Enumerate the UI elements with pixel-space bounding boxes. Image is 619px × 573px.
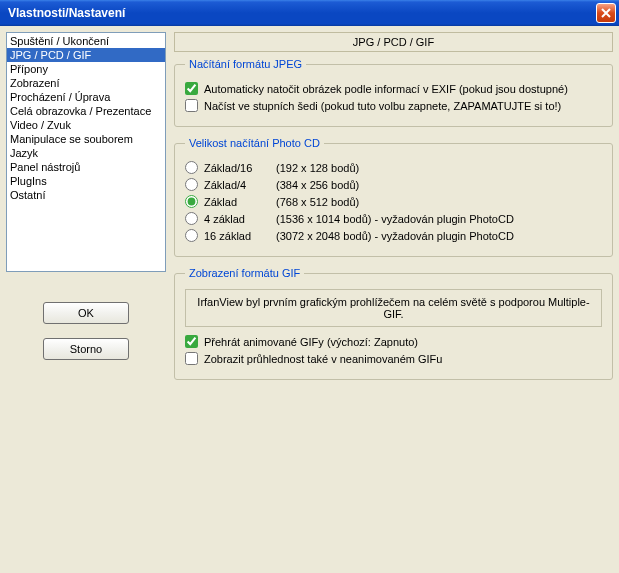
radio-pcd-size-label: Základ/4 <box>204 179 270 191</box>
checkbox-load-gray-input[interactable] <box>185 99 198 112</box>
ok-button[interactable]: OK <box>43 302 129 324</box>
radio-pcd-size-input[interactable] <box>185 195 198 208</box>
sidebar-item[interactable]: Přípony <box>7 62 165 76</box>
checkbox-load-gray-label: Načíst ve stupních šedi (pokud tuto volb… <box>204 100 561 112</box>
radio-pcd-size[interactable]: Základ(768 x 512 bodů) <box>185 195 602 208</box>
radio-pcd-size[interactable]: 4 základ(1536 x 1014 bodů) - vyžadován p… <box>185 212 602 225</box>
sidebar-item[interactable]: Procházení / Úprava <box>7 90 165 104</box>
checkbox-show-transp-label: Zobrazit průhlednost také v neanimovaném… <box>204 353 442 365</box>
cancel-button[interactable]: Storno <box>43 338 129 360</box>
client-area: Spuštění / UkončeníJPG / PCD / GIFPřípon… <box>0 26 619 573</box>
radio-pcd-size-desc: (768 x 512 bodů) <box>276 196 359 208</box>
close-icon <box>601 8 611 18</box>
checkbox-auto-rotate-label: Automaticky natočit obrázek podle inform… <box>204 83 568 95</box>
group-gif: Zobrazení formátu GIF IrfanView byl prvn… <box>174 267 613 380</box>
settings-panel: JPG / PCD / GIF Načítání formátu JPEG Au… <box>174 32 613 390</box>
titlebar: Vlastnosti/Nastavení <box>0 0 619 26</box>
checkbox-play-anim-input[interactable] <box>185 335 198 348</box>
radio-pcd-size-input[interactable] <box>185 161 198 174</box>
close-button[interactable] <box>596 3 616 23</box>
sidebar-item[interactable]: Ostatní <box>7 188 165 202</box>
sidebar-item[interactable]: Panel nástrojů <box>7 160 165 174</box>
checkbox-load-gray[interactable]: Načíst ve stupních šedi (pokud tuto volb… <box>185 99 602 112</box>
group-pcd-legend: Velikost načítání Photo CD <box>185 137 324 149</box>
sidebar-item[interactable]: JPG / PCD / GIF <box>7 48 165 62</box>
page-title: JPG / PCD / GIF <box>174 32 613 52</box>
gif-info-text: IrfanView byl prvním grafickým prohlížeč… <box>185 289 602 327</box>
checkbox-show-transp[interactable]: Zobrazit průhlednost také v neanimovaném… <box>185 352 602 365</box>
sidebar-item[interactable]: Zobrazení <box>7 76 165 90</box>
radio-pcd-size-label: Základ/16 <box>204 162 270 174</box>
radio-pcd-size-desc: (3072 x 2048 bodů) - vyžadován plugin Ph… <box>276 230 514 242</box>
group-jpeg: Načítání formátu JPEG Automaticky natoči… <box>174 58 613 127</box>
category-listbox[interactable]: Spuštění / UkončeníJPG / PCD / GIFPřípon… <box>6 32 166 272</box>
sidebar-item[interactable]: Manipulace se souborem <box>7 132 165 146</box>
button-stack: OK Storno <box>6 302 166 360</box>
checkbox-play-anim-label: Přehrát animované GIFy (výchozí: Zapnuto… <box>204 336 418 348</box>
sidebar-item[interactable]: PlugIns <box>7 174 165 188</box>
checkbox-play-anim[interactable]: Přehrát animované GIFy (výchozí: Zapnuto… <box>185 335 602 348</box>
radio-pcd-size-desc: (384 x 256 bodů) <box>276 179 359 191</box>
radio-pcd-size-desc: (192 x 128 bodů) <box>276 162 359 174</box>
group-pcd: Velikost načítání Photo CD Základ/16(192… <box>174 137 613 257</box>
group-jpeg-legend: Načítání formátu JPEG <box>185 58 306 70</box>
radio-pcd-size-input[interactable] <box>185 178 198 191</box>
checkbox-auto-rotate[interactable]: Automaticky natočit obrázek podle inform… <box>185 82 602 95</box>
radio-pcd-size[interactable]: Základ/4(384 x 256 bodů) <box>185 178 602 191</box>
radio-pcd-size-label: 16 základ <box>204 230 270 242</box>
left-column: Spuštění / UkončeníJPG / PCD / GIFPřípon… <box>6 32 166 390</box>
radio-pcd-size-input[interactable] <box>185 229 198 242</box>
group-gif-legend: Zobrazení formátu GIF <box>185 267 304 279</box>
checkbox-show-transp-input[interactable] <box>185 352 198 365</box>
radio-pcd-size-label: 4 základ <box>204 213 270 225</box>
radio-pcd-size[interactable]: Základ/16(192 x 128 bodů) <box>185 161 602 174</box>
sidebar-item[interactable]: Spuštění / Ukončení <box>7 34 165 48</box>
sidebar-item[interactable]: Video / Zvuk <box>7 118 165 132</box>
radio-pcd-size-label: Základ <box>204 196 270 208</box>
sidebar-item[interactable]: Jazyk <box>7 146 165 160</box>
radio-pcd-size-input[interactable] <box>185 212 198 225</box>
radio-pcd-size[interactable]: 16 základ(3072 x 2048 bodů) - vyžadován … <box>185 229 602 242</box>
checkbox-auto-rotate-input[interactable] <box>185 82 198 95</box>
sidebar-item[interactable]: Celá obrazovka / Prezentace <box>7 104 165 118</box>
radio-pcd-size-desc: (1536 x 1014 bodů) - vyžadován plugin Ph… <box>276 213 514 225</box>
window-title: Vlastnosti/Nastavení <box>8 6 596 20</box>
